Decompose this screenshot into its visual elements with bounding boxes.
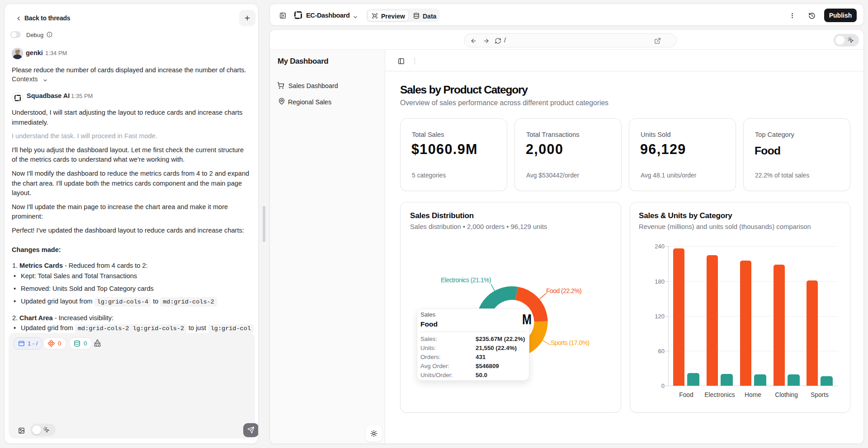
svg-text:Sports (17.0%): Sports (17.0%) [551,339,590,346]
svg-text:Food (22.2%): Food (22.2%) [546,287,581,294]
svg-text:Electronics (21.1%): Electronics (21.1%) [441,276,491,284]
